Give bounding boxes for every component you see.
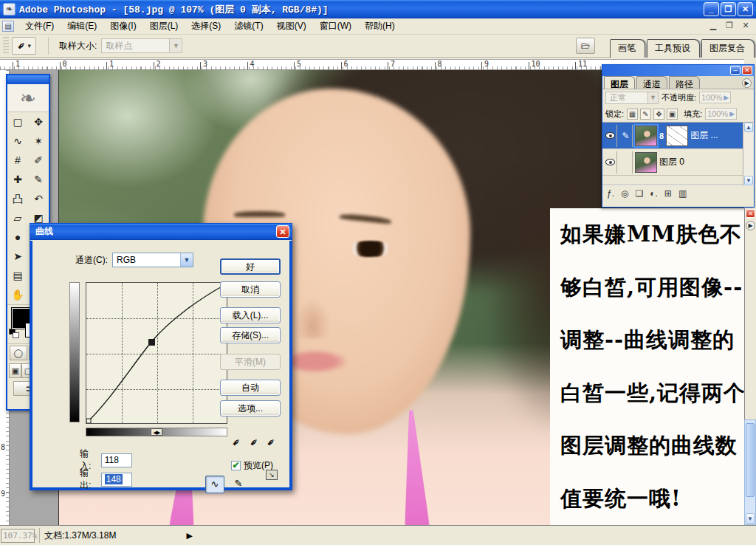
tab-channels[interactable]: 通道 — [636, 76, 667, 89]
default-colors-icon[interactable] — [9, 329, 19, 338]
zoom-level-field[interactable]: 107.37% — [1, 529, 35, 543]
dialog-close-button[interactable]: ✕ — [276, 225, 289, 238]
restore-button[interactable]: ❐ — [721, 2, 736, 16]
eraser-tool[interactable]: ▱ — [7, 208, 28, 227]
layer-thumbnail[interactable] — [635, 126, 657, 146]
blend-mode-select[interactable]: 正常 ▼ — [605, 92, 659, 104]
pencil-tool-button[interactable]: ✎ — [229, 476, 248, 493]
delete-layer-icon[interactable]: ▥ — [678, 188, 687, 199]
doc-minimize-button[interactable]: ▁ — [707, 20, 719, 31]
scroll-up-icon[interactable]: ▲ — [744, 123, 753, 132]
healing-brush-tool[interactable]: ✚ — [7, 170, 28, 189]
palette-well-tab[interactable]: 工具预设 — [647, 39, 700, 58]
menu-item[interactable]: 帮助(H) — [358, 18, 402, 35]
screen-mode-button[interactable]: ▣ — [9, 363, 21, 378]
adjustment-layer-icon[interactable]: ◐. — [650, 188, 658, 199]
gradient-flip-widget[interactable]: ◀▶ — [151, 428, 162, 436]
save-button[interactable]: 存储(S)... — [220, 327, 281, 343]
lock-position-icon[interactable]: ✥ — [653, 109, 664, 120]
crop-tool[interactable]: # — [7, 151, 28, 170]
auto-button[interactable]: 自动 — [220, 380, 281, 396]
visibility-toggle[interactable] — [604, 151, 617, 174]
doc-restore-button[interactable]: ❐ — [724, 20, 735, 31]
path-selection-tool[interactable]: ➤ — [7, 247, 28, 266]
new-layer-icon[interactable]: ⊞ — [664, 188, 672, 199]
gray-point-eyedropper[interactable]: ✒ — [246, 434, 262, 450]
curve-grid[interactable] — [86, 282, 227, 424]
new-group-icon[interactable]: ❏ — [636, 188, 644, 199]
curves-dialog-titlebar[interactable]: 曲线 ✕ — [30, 224, 292, 240]
brush-tool[interactable]: ✎ — [28, 170, 49, 189]
sample-size-select[interactable]: 取样点 ▼ — [101, 38, 182, 53]
layer-style-icon[interactable]: ƒ. — [607, 188, 614, 199]
palette-menu-icon[interactable]: ▶ — [746, 221, 755, 230]
dialog-resize-grip[interactable]: ↘ — [266, 470, 278, 480]
visibility-toggle[interactable] — [604, 125, 617, 147]
layers-palette-titlebar[interactable]: – ✕ — [602, 65, 754, 76]
hand-tool[interactable]: ✋ — [7, 285, 28, 304]
scroll-down-icon[interactable]: ▼ — [744, 176, 753, 185]
document-vertical-scrollbar[interactable]: ▼ — [744, 419, 756, 525]
layer-list-scrollbar[interactable]: ▲ ▼ — [743, 123, 754, 186]
smooth-button[interactable]: 平滑(M) — [220, 354, 281, 370]
palette-menu-icon[interactable]: ▶ — [742, 78, 752, 88]
options-grip[interactable] — [3, 37, 9, 55]
menu-item[interactable]: 文件(F) — [18, 18, 61, 35]
menu-item[interactable]: 滤镜(T) — [227, 18, 269, 35]
cancel-button[interactable]: 取消 — [220, 281, 281, 298]
magic-wand-tool[interactable]: ✶ — [28, 131, 49, 151]
layer-name[interactable]: 图层 0 — [659, 156, 684, 168]
add-layer-mask-icon[interactable]: ◎ — [621, 188, 628, 199]
layer-mask-thumbnail[interactable] — [666, 126, 688, 146]
notes-tool[interactable]: ▤ — [7, 266, 28, 285]
layer-row-copy[interactable]: ✎ 8 图层 ... — [602, 123, 754, 149]
preview-checkbox[interactable]: ✔ — [231, 461, 241, 470]
lasso-tool[interactable]: ∿ — [7, 131, 28, 151]
scrollbar-thumb[interactable] — [746, 423, 755, 497]
use-column[interactable] — [619, 151, 633, 174]
file-browser-button[interactable]: 🗁 — [576, 38, 595, 54]
eyedropper-tool-button[interactable]: ✒ ▾ — [12, 37, 36, 55]
black-point-eyedropper[interactable]: ✒ — [229, 434, 245, 450]
palette-minimize-button[interactable]: – — [730, 66, 740, 75]
palette-close-button[interactable]: ✕ — [742, 66, 752, 75]
tab-layers[interactable]: 图层 — [604, 76, 635, 89]
menu-item[interactable]: 视图(V) — [270, 18, 313, 35]
opacity-field[interactable]: 100% ▶ — [699, 92, 731, 103]
palette-close-button[interactable]: ✕ — [746, 209, 755, 218]
minimize-button[interactable]: _ — [704, 2, 719, 16]
layer-thumbnail[interactable] — [635, 152, 657, 173]
layer-name[interactable]: 图层 ... — [690, 129, 718, 142]
toolbox-titlebar[interactable] — [7, 75, 49, 84]
palette-well-tab[interactable]: 图层复合 — [701, 39, 755, 58]
menu-item[interactable]: 图像(I) — [103, 18, 142, 35]
slice-tool[interactable]: ✐ — [28, 151, 49, 170]
standard-mode-button[interactable]: ◯ — [10, 346, 27, 360]
lock-all-icon[interactable]: ▣ — [667, 109, 678, 120]
tab-paths[interactable]: 路径 — [669, 76, 700, 89]
white-point-eyedropper[interactable]: ✒ — [264, 434, 280, 450]
fill-field[interactable]: 100% ▶ — [705, 108, 737, 120]
rectangular-marquee-tool[interactable]: ▢ — [7, 112, 28, 131]
input-field[interactable]: 118 — [101, 453, 133, 467]
blur-tool[interactable]: ● — [7, 227, 28, 247]
close-button[interactable]: ✕ — [738, 2, 753, 16]
lock-image-icon[interactable]: ✎ — [640, 109, 651, 120]
ok-button[interactable]: 好 — [220, 258, 281, 275]
menu-item[interactable]: 窗口(W) — [313, 18, 358, 35]
curve-point-tool-button[interactable]: ∿ — [205, 476, 224, 493]
menu-item[interactable]: 选择(S) — [185, 18, 227, 35]
history-brush-tool[interactable]: ↶ — [28, 189, 49, 208]
doc-close-button[interactable]: ✕ — [740, 20, 752, 31]
palette-well-tab[interactable]: 画笔 — [610, 39, 645, 58]
menu-item[interactable]: 图层(L) — [143, 18, 185, 35]
menu-item[interactable]: 编辑(E) — [61, 18, 103, 35]
options-button[interactable]: 选项... — [220, 400, 281, 417]
output-field[interactable]: 148 — [101, 473, 133, 487]
lock-transparency-icon[interactable]: ▦ — [627, 109, 638, 120]
load-button[interactable]: 载入(L)... — [220, 307, 281, 323]
status-menu-arrow-icon[interactable]: ▶ — [186, 531, 192, 541]
scroll-down-icon[interactable]: ▼ — [746, 513, 755, 524]
clone-stamp-tool[interactable]: 凸 — [7, 189, 28, 208]
channel-select[interactable]: RGB ▼ — [112, 253, 193, 267]
